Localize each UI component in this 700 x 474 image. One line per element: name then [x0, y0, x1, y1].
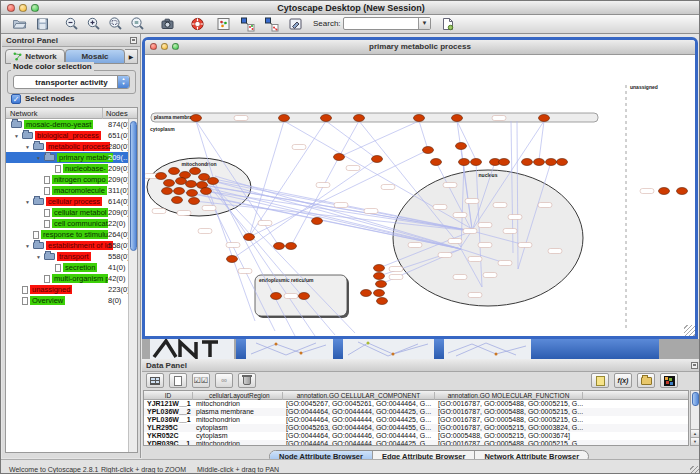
background-window-edge[interactable] — [434, 339, 444, 359]
graph-node[interactable] — [201, 188, 212, 195]
column-header[interactable]: _cellularLayoutRegion — [193, 392, 283, 400]
graph-node[interactable] — [164, 180, 175, 187]
titlebar[interactable]: Cytoscape Desktop (New Session) — [1, 1, 700, 15]
graph-edge[interactable] — [249, 121, 284, 237]
search-dropdown-icon[interactable]: ▼ — [418, 18, 430, 29]
select-nodes-checkbox[interactable]: ✓ — [11, 94, 21, 104]
zoom-selected-icon[interactable] — [129, 16, 146, 32]
expand-arrow-icon[interactable]: ▼ — [25, 199, 30, 205]
graph-node[interactable] — [374, 265, 385, 272]
graph-node[interactable] — [174, 188, 185, 195]
table-row[interactable]: YKR052Ccytoplasm[GO:0044464, GO:0044446,… — [144, 432, 688, 440]
attribute-table-icon[interactable] — [146, 373, 164, 388]
table-row[interactable]: YLR295Ccytoplasm[GO:0045263, GO:0044464,… — [144, 424, 688, 432]
graph-node[interactable] — [452, 115, 463, 122]
graph-node[interactable] — [189, 198, 200, 205]
background-window-thumbnail[interactable] — [150, 339, 234, 359]
attribute-notes-icon[interactable] — [591, 373, 609, 388]
zoom-fit-icon[interactable] — [107, 16, 124, 32]
network-overview-icon[interactable] — [215, 16, 232, 32]
graph-node[interactable] — [459, 159, 470, 166]
network-window-titlebar[interactable]: primary metabolic process — [145, 40, 695, 55]
graph-node[interactable] — [176, 178, 187, 185]
table-row[interactable]: YDR039C__1mitochondrion[GO:0044464, GO:0… — [144, 440, 688, 446]
zoom-out-icon[interactable] — [63, 16, 80, 32]
float-panel-icon[interactable] — [130, 37, 137, 44]
tree-row-mosaic-demo-yeast[interactable]: mosaic-demo-yeast874(0) — [6, 119, 128, 130]
background-window-thumbnail[interactable] — [444, 339, 531, 359]
graph-edge[interactable] — [326, 121, 377, 159]
search-input[interactable]: ▼ — [343, 17, 431, 30]
expand-arrow-icon[interactable]: ▼ — [25, 243, 30, 249]
background-window-thumbnail[interactable] — [343, 339, 434, 359]
graph-node[interactable] — [522, 159, 533, 166]
graph-node[interactable] — [499, 159, 510, 166]
graph-node[interactable] — [169, 168, 180, 175]
graph-node[interactable] — [456, 143, 467, 150]
graph-node[interactable] — [190, 168, 201, 175]
graph-node[interactable] — [361, 290, 372, 297]
session-file-icon[interactable] — [439, 16, 456, 32]
graph-node[interactable] — [162, 188, 173, 195]
tree-row-establishment-of-lo[interactable]: ▼establishment of lo558(0) — [6, 240, 128, 251]
tree-row-cellular-metabol[interactable]: cellular metabol209(0) — [6, 207, 128, 218]
attribute-table[interactable]: ID_cellularLayoutRegionannotation.GO CEL… — [143, 390, 689, 446]
node-attribute-mapper-icon[interactable] — [239, 16, 256, 32]
background-window-edge[interactable] — [236, 339, 246, 359]
graph-node[interactable] — [279, 115, 290, 122]
graph-node[interactable] — [534, 159, 545, 166]
graph-edge[interactable] — [339, 121, 419, 157]
unselect-attributes-icon[interactable]: ▫▫ — [215, 373, 233, 388]
tree-row-response-to-stimulu[interactable]: response to stimulu264(0) — [6, 229, 128, 240]
app-resize-grip[interactable] — [690, 466, 700, 474]
graph-node[interactable] — [677, 188, 688, 195]
expand-arrow-icon[interactable]: ▼ — [14, 133, 19, 139]
tree-row-metabolic-process[interactable]: ▼metabolic process280(0) — [6, 141, 128, 152]
tree-row-secretion[interactable]: secretion41(0) — [6, 262, 128, 273]
graph-node[interactable] — [312, 218, 323, 225]
column-header[interactable]: annotation.GO MOLECULAR_FUNCTION — [435, 392, 583, 400]
window-resize-grip[interactable] — [684, 325, 695, 336]
graph-node[interactable] — [334, 154, 345, 161]
graph-node[interactable] — [354, 115, 365, 122]
open-session-icon[interactable] — [11, 16, 28, 32]
graph-node[interactable] — [186, 181, 197, 188]
graph-node[interactable] — [299, 293, 310, 300]
graph-edge[interactable] — [232, 159, 377, 259]
tree-row-nitrogen-compo[interactable]: nitrogen compo209(0) — [6, 174, 128, 185]
graph-node[interactable] — [423, 147, 434, 154]
graph-node[interactable] — [546, 159, 557, 166]
delete-attribute-trash-icon[interactable] — [238, 373, 256, 388]
table-row[interactable]: YJR121W__1mitochondrion[GO:0045267, GO:0… — [144, 400, 688, 408]
vizmapper-annotation-icon[interactable] — [287, 16, 304, 32]
graph-node[interactable] — [659, 188, 670, 195]
edge-attribute-mapper-icon[interactable] — [263, 16, 280, 32]
column-header[interactable]: annotation.GO CELLULAR_COMPONENT — [283, 392, 435, 400]
formula-fx-icon[interactable]: f(x) — [614, 373, 632, 388]
graph-node[interactable] — [372, 156, 383, 163]
background-window-titlebar[interactable] — [531, 339, 659, 359]
table-row[interactable]: YPL036W__2plasma membrane[GO:0044464, GO… — [144, 408, 688, 416]
graph-node[interactable] — [244, 234, 255, 241]
tree-scrollbar[interactable] — [128, 119, 137, 452]
graph-edge[interactable] — [205, 190, 275, 331]
graph-node[interactable] — [208, 178, 219, 185]
network-canvas[interactable]: plasma membranecytoplasmnucleusmitochond… — [145, 55, 695, 336]
tree-row-cellular-process[interactable]: ▼cellular process614(0) — [6, 196, 128, 207]
tree-row-unassigned[interactable]: unassigned223(0) — [6, 284, 128, 295]
background-windows-strip[interactable] — [142, 339, 700, 359]
graph-node[interactable] — [156, 173, 167, 180]
tree-row-cell-communicat[interactable]: cell communicat22(0) — [6, 218, 128, 229]
region-plasma-membrane[interactable] — [151, 113, 598, 122]
graph-node[interactable] — [414, 115, 425, 122]
tree-row-overview[interactable]: Overview8(0) — [6, 295, 128, 306]
new-attribute-icon[interactable] — [169, 373, 187, 388]
table-scrollbar-thumb[interactable] — [692, 392, 699, 406]
expand-arrow-icon[interactable]: ▼ — [36, 155, 41, 161]
float-panel-icon[interactable] — [691, 362, 698, 369]
graph-node[interactable] — [227, 256, 238, 263]
snapshot-camera-icon[interactable] — [159, 16, 176, 32]
tree-row-multi-organism-pro[interactable]: multi-organism pro42(0) — [6, 273, 128, 284]
graph-node[interactable] — [471, 159, 482, 166]
network-graph[interactable]: plasma membranecytoplasmnucleusmitochond… — [145, 55, 695, 336]
